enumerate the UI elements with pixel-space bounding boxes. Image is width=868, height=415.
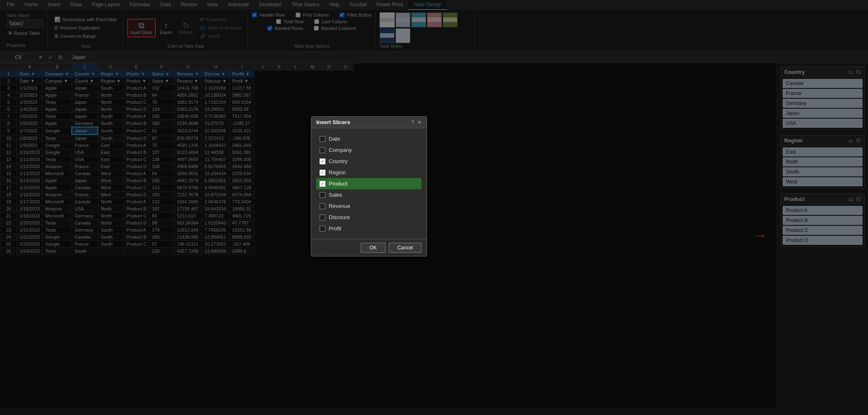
cell-r15-c6[interactable]: 3266.9631 bbox=[174, 170, 202, 177]
tab-time-savers[interactable]: Time Savers bbox=[286, 0, 324, 10]
country-multi-select-icon[interactable]: ⚌ bbox=[848, 68, 853, 75]
cell-r10-c2[interactable]: Japan bbox=[72, 134, 98, 142]
cell-r10-c7[interactable]: 7.372413 bbox=[202, 134, 230, 142]
cell-r13-c4[interactable]: Product C bbox=[124, 156, 149, 163]
cell-r23-c6[interactable]: 12812.994 bbox=[174, 227, 202, 234]
cell-r12-c0[interactable]: 1/10/2023 bbox=[17, 149, 43, 156]
cell-r5-c3[interactable]: North bbox=[98, 99, 124, 106]
col-k[interactable]: K bbox=[271, 63, 288, 71]
unlink-button[interactable]: 🔗 Unlink bbox=[197, 32, 244, 40]
cell-r15-c5[interactable]: 64 bbox=[149, 170, 174, 177]
table-style-swatch-3[interactable] bbox=[411, 12, 426, 27]
cell-r8-c4[interactable]: Product B bbox=[124, 120, 149, 127]
cell-r13-c7[interactable]: 11.704407 bbox=[202, 156, 230, 163]
cell-r4-c3[interactable]: North bbox=[98, 92, 124, 99]
cell-r10-c3[interactable]: South bbox=[98, 134, 124, 142]
cell-r18-c7[interactable]: 10.875249 bbox=[202, 191, 230, 198]
cell-r17-c6[interactable]: 5876.9786 bbox=[174, 184, 202, 191]
cell-r12-c7[interactable]: 12.44338 bbox=[202, 149, 230, 156]
dialog-item-country[interactable]: Country bbox=[316, 156, 422, 167]
cell-r5-c2[interactable]: Japan bbox=[72, 99, 98, 106]
dialog-help-button[interactable]: ? bbox=[411, 120, 414, 125]
cell-r25-c7[interactable]: 10.273053 bbox=[202, 241, 230, 248]
cell-r6-c7[interactable]: 19.39053 bbox=[202, 106, 230, 113]
cell-r2-c0[interactable]: Date ▼ bbox=[17, 78, 43, 85]
dialog-close-button[interactable]: ✕ bbox=[417, 120, 422, 125]
cell-r3-c1[interactable]: Apple bbox=[42, 85, 72, 92]
filter-button-checkbox[interactable] bbox=[339, 12, 344, 17]
cell-r20-c0[interactable]: 1/18/2023 bbox=[17, 205, 43, 212]
cell-r20-c7[interactable]: 18.643234 bbox=[202, 205, 230, 212]
cell-r6-c5[interactable]: 124 bbox=[149, 106, 174, 113]
table-style-swatch-7[interactable] bbox=[395, 28, 410, 43]
header-cell-0[interactable]: Date ▼ bbox=[17, 71, 43, 78]
cell-r15-c7[interactable]: 18.204434 bbox=[202, 170, 230, 177]
cell-r26-c3[interactable] bbox=[98, 248, 124, 255]
cell-r9-c8[interactable]: 3105.422 bbox=[230, 127, 255, 134]
cell-r3-c8[interactable]: 11317.58 bbox=[230, 85, 255, 92]
cell-r13-c0[interactable]: 1/11/2023 bbox=[17, 156, 43, 163]
tab-insert[interactable]: Insert bbox=[43, 0, 65, 10]
cell-r13-c1[interactable]: Tesla bbox=[42, 156, 72, 163]
cell-r20-c3[interactable]: North bbox=[98, 205, 124, 212]
slicer-region-south[interactable]: South bbox=[783, 167, 863, 176]
cell-r4-c2[interactable]: France bbox=[72, 92, 98, 99]
cell-r14-c6[interactable]: 4966.6486 bbox=[174, 163, 202, 170]
cell-r7-c1[interactable]: Tesla bbox=[42, 113, 72, 120]
cell-r6-c4[interactable]: Product D bbox=[124, 106, 149, 113]
cell-r16-c3[interactable]: West bbox=[98, 177, 124, 184]
cell-r22-c4[interactable]: Product D bbox=[124, 220, 149, 227]
cell-r19-c4[interactable]: Product A bbox=[124, 198, 149, 205]
cell-r7-c4[interactable]: Product A bbox=[124, 113, 149, 120]
cell-r11-c2[interactable]: France bbox=[72, 142, 98, 149]
cell-r3-c6[interactable]: 12416.708 bbox=[174, 85, 202, 92]
convert-to-range-button[interactable]: ⊞ Convert to Range bbox=[52, 32, 119, 40]
header-cell-8[interactable]: Profit ▼ bbox=[230, 71, 255, 78]
cell-r12-c2[interactable]: USA bbox=[72, 149, 98, 156]
cell-r7-c7[interactable]: 0.7736992 bbox=[202, 113, 230, 120]
cell-r7-c0[interactable]: 1/5/2023 bbox=[17, 113, 43, 120]
col-o[interactable]: O bbox=[337, 63, 354, 71]
refresh-button[interactable]: ↻ Refresh bbox=[176, 20, 196, 37]
cell-r15-c0[interactable]: 1/13/2023 bbox=[17, 170, 43, 177]
col-a[interactable]: A bbox=[17, 63, 43, 71]
slicer-product-d[interactable]: Product D bbox=[783, 236, 863, 245]
header-cell-6[interactable]: Revenu ▼ bbox=[174, 71, 202, 78]
cell-r12-c4[interactable]: Product B bbox=[124, 149, 149, 156]
cell-r18-c2[interactable]: France bbox=[72, 191, 98, 198]
cell-r11-c6[interactable]: 4590.1335 bbox=[174, 142, 202, 149]
cell-r23-c8[interactable]: 10251.58 bbox=[230, 227, 255, 234]
cell-r20-c4[interactable]: Product B bbox=[124, 205, 149, 212]
tab-draw[interactable]: Draw bbox=[65, 0, 87, 10]
cell-r26-c7[interactable]: 13.890839 bbox=[202, 248, 230, 255]
col-b[interactable]: B bbox=[42, 63, 72, 71]
cell-r26-c0[interactable]: 1/24/2023 bbox=[17, 248, 43, 255]
cell-r22-c0[interactable]: 1/20/2023 bbox=[17, 220, 43, 227]
cell-r17-c1[interactable]: Apple bbox=[42, 184, 72, 191]
formula-cancel-icon[interactable]: ✕ bbox=[36, 54, 45, 61]
cell-r17-c5[interactable]: 113 bbox=[149, 184, 174, 191]
tab-home[interactable]: Home bbox=[19, 0, 43, 10]
cell-r12-c1[interactable]: Google bbox=[42, 149, 72, 156]
cell-r15-c4[interactable]: Product A bbox=[124, 170, 149, 177]
tab-review[interactable]: Review bbox=[176, 0, 202, 10]
cell-r21-c8[interactable]: 4601.725 bbox=[230, 212, 255, 220]
cell-r17-c8[interactable]: 4867.129 bbox=[230, 184, 255, 191]
cell-r18-c5[interactable]: 100 bbox=[149, 191, 174, 198]
cell-r2-c8[interactable]: Profit ▼ bbox=[230, 78, 255, 85]
cell-r3-c0[interactable]: 1/1/2023 bbox=[17, 85, 43, 92]
cell-r22-c3[interactable]: North bbox=[98, 220, 124, 227]
cell-r25-c8[interactable]: -167.489 bbox=[230, 241, 255, 248]
resize-table-button[interactable]: ⊞ Resize Table bbox=[7, 29, 44, 37]
cell-r5-c6[interactable]: 1682.9174 bbox=[174, 99, 202, 106]
cell-r4-c8[interactable]: 3982.567 bbox=[230, 92, 255, 99]
table-style-swatch-4[interactable] bbox=[427, 12, 442, 27]
tab-table-design[interactable]: Table Design bbox=[408, 0, 446, 10]
formula-fx-icon[interactable]: fx bbox=[56, 54, 64, 61]
dialog-item-revenue[interactable]: Revenue bbox=[316, 200, 422, 212]
cell-r9-c4[interactable]: Product C bbox=[124, 127, 149, 134]
cell-r14-c1[interactable]: Amazon bbox=[42, 163, 72, 170]
insert-slicer-button[interactable]: ⧉ Insert Slicer bbox=[127, 19, 156, 37]
cell-r10-c6[interactable]: 876.09774 bbox=[174, 134, 202, 142]
remove-duplicates-button[interactable]: ⊟ Remove Duplicates bbox=[52, 24, 119, 32]
